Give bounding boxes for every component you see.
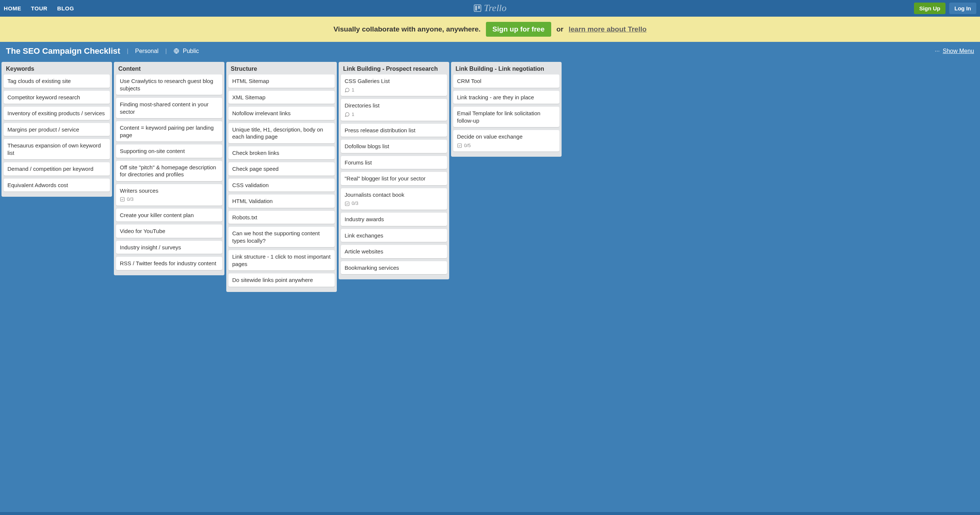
promo-learn-more-link[interactable]: learn more about Trello — [569, 25, 646, 33]
board-visibility-text: Public — [183, 48, 199, 54]
card[interactable]: Tag clouds of existing site — [4, 74, 110, 88]
card[interactable]: Unique title, H1, description, body on e… — [229, 123, 334, 143]
card[interactable]: "Real" blogger list for your sector — [341, 172, 447, 185]
auth-actions: Sign Up Log In — [914, 3, 976, 14]
board-title[interactable]: The SEO Campaign Checklist — [6, 46, 120, 56]
more-icon: ··· — [935, 48, 940, 54]
card[interactable]: HTML Validation — [229, 195, 334, 208]
card[interactable]: Press release distribution list — [341, 124, 447, 137]
card[interactable]: Supporting on-site content — [116, 144, 222, 158]
card[interactable]: Content = keyword pairing per landing pa… — [116, 121, 222, 141]
card[interactable]: HTML Sitemap — [229, 74, 334, 88]
card[interactable]: Finding most-shared content in your sect… — [116, 98, 222, 118]
card-title: Create your killer content plan — [120, 212, 218, 219]
svg-rect-2 — [478, 6, 480, 9]
card[interactable]: Off site "pitch" & homepage description … — [116, 161, 222, 181]
card[interactable]: Journalists contact book0/3 — [341, 188, 447, 210]
card[interactable]: CRM Tool — [453, 74, 559, 88]
card-title: RSS / Twitter feeds for industry content — [120, 260, 218, 267]
list-title[interactable]: Content — [114, 62, 224, 74]
nav-home-link[interactable]: HOME — [4, 5, 21, 11]
card-title: Decide on value exchange — [457, 133, 556, 140]
list: Link Building - Link negotiationCRM Tool… — [451, 62, 562, 157]
list: Link Building - Prospect researchCSS Gal… — [339, 62, 449, 279]
card[interactable]: Inventory of exsiting products / service… — [4, 107, 110, 120]
card[interactable]: Decide on value exchange0/5 — [453, 130, 559, 152]
card[interactable]: Check page speed — [229, 162, 334, 176]
card-title: Article websites — [345, 248, 443, 255]
card[interactable]: Nofollow irrelevant links — [229, 107, 334, 120]
card[interactable]: Writers sources0/3 — [116, 184, 222, 206]
list-title[interactable]: Link Building - Prospect research — [339, 62, 449, 74]
card[interactable]: Dofollow blogs list — [341, 140, 447, 153]
card[interactable]: Competitor keyword research — [4, 91, 110, 104]
card[interactable]: Can we host the supporting content types… — [229, 227, 334, 247]
list-title[interactable]: Structure — [226, 62, 337, 74]
nav-tour-link[interactable]: TOUR — [31, 5, 48, 11]
brand-logo[interactable]: Trello — [473, 3, 506, 14]
global-header: HOME TOUR BLOG Trello Sign Up Log In — [0, 0, 980, 17]
card-title: Thesaurus expansion of own keyword list — [8, 142, 106, 156]
card[interactable]: Equivalent Adwords cost — [4, 179, 110, 192]
card-title: Journalists contact book — [345, 191, 443, 199]
card[interactable]: Link exchanges — [341, 229, 447, 242]
card-title: CSS Galleries List — [345, 78, 443, 85]
board-visibility[interactable]: Public — [173, 48, 199, 54]
list-title[interactable]: Link Building - Link negotiation — [451, 62, 562, 74]
card[interactable]: Link structure - 1 click to most importa… — [229, 250, 334, 271]
list-cards: Tag clouds of existing siteCompetitor ke… — [2, 74, 112, 197]
card-title: Use Crawlytics to research guest blog su… — [120, 78, 218, 92]
card[interactable]: Margins per product / service — [4, 123, 110, 136]
card-badges: 1 — [345, 111, 443, 118]
card-title: Bookmarking services — [345, 264, 443, 272]
list-title[interactable]: Keywords — [2, 62, 112, 74]
card[interactable]: RSS / Twitter feeds for industry content — [116, 257, 222, 270]
card[interactable]: Thesaurus expansion of own keyword list — [4, 139, 110, 159]
card-title: XML Sitemap — [232, 94, 331, 101]
nav-blog-link[interactable]: BLOG — [57, 5, 74, 11]
card-title: Forums list — [345, 159, 443, 166]
signup-button[interactable]: Sign Up — [914, 3, 945, 14]
card[interactable]: Directories list1 — [341, 99, 447, 120]
card-badges: 1 — [345, 87, 443, 93]
card-title: Competitor keyword research — [8, 94, 106, 101]
card[interactable]: Forums list — [341, 156, 447, 169]
card[interactable]: Industry awards — [341, 213, 447, 226]
card-title: Robots.txt — [232, 214, 331, 221]
promo-signup-button[interactable]: Sign up for free — [486, 22, 551, 37]
card-badges: 0/3 — [345, 200, 443, 207]
promo-or-text: or — [557, 25, 563, 33]
card[interactable]: CSS Galleries List1 — [341, 74, 447, 96]
checklist-badge: 0/5 — [457, 143, 471, 149]
card-title: Video for YouTube — [120, 228, 218, 235]
card[interactable]: Do sitewide links point anywhere — [229, 273, 334, 287]
card-badges: 0/5 — [457, 143, 556, 149]
board-canvas[interactable]: KeywordsTag clouds of existing siteCompe… — [0, 60, 980, 512]
card-title: Unique title, H1, description, body on e… — [232, 126, 331, 140]
list: ContentUse Crawlytics to research guest … — [114, 62, 224, 275]
card[interactable]: Bookmarking services — [341, 261, 447, 274]
card[interactable]: Create your killer content plan — [116, 209, 222, 222]
card-title: Margins per product / service — [8, 126, 106, 133]
card-title: CSS validation — [232, 182, 331, 189]
card[interactable]: Check broken links — [229, 146, 334, 160]
card[interactable]: Robots.txt — [229, 211, 334, 224]
card[interactable]: Demand / competition per keyword — [4, 162, 110, 176]
login-button[interactable]: Log In — [949, 3, 976, 14]
card[interactable]: Video for YouTube — [116, 225, 222, 238]
card-title: Writers sources — [120, 187, 218, 195]
brand-name: Trello — [484, 3, 506, 14]
card[interactable]: Link tracking - are they in place — [453, 91, 559, 104]
show-menu-button[interactable]: Show Menu — [943, 48, 974, 54]
card[interactable]: Use Crawlytics to research guest blog su… — [116, 74, 222, 95]
board-team-label[interactable]: Personal — [135, 48, 158, 54]
card[interactable]: XML Sitemap — [229, 91, 334, 104]
card[interactable]: Industry insight / surveys — [116, 241, 222, 254]
card[interactable]: Email Template for link solicitation fol… — [453, 107, 559, 127]
card[interactable]: Article websites — [341, 245, 447, 258]
card[interactable]: CSS validation — [229, 179, 334, 192]
separator: | — [127, 48, 128, 54]
card-title: Link tracking - are they in place — [457, 94, 556, 101]
card-badges: 0/3 — [120, 196, 218, 203]
checklist-badge: 0/3 — [345, 200, 358, 207]
